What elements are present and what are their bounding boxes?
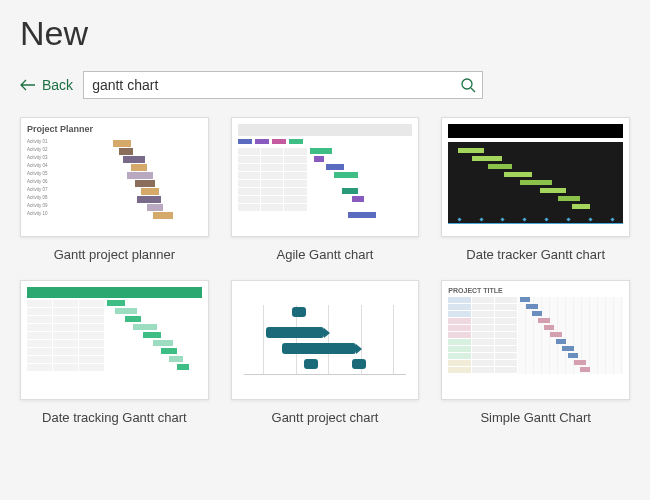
template-thumbnail [441, 117, 630, 237]
template-card[interactable]: Date tracker Gantt chart [441, 117, 630, 262]
template-card[interactable]: Project Planner Activity 01 Activity 02 … [20, 117, 209, 262]
template-label: Agile Gantt chart [231, 247, 420, 262]
template-label: Gantt project chart [231, 410, 420, 425]
template-card[interactable]: PROJECT TITLE [441, 280, 630, 425]
back-label: Back [42, 77, 73, 93]
template-label: Gantt project planner [20, 247, 209, 262]
template-card[interactable]: Agile Gantt chart [231, 117, 420, 262]
template-card[interactable]: Gantt project chart [231, 280, 420, 425]
template-thumbnail: Project Planner Activity 01 Activity 02 … [20, 117, 209, 237]
nav-row: Back [20, 71, 630, 99]
search-input[interactable] [92, 77, 460, 93]
thumb-title: PROJECT TITLE [448, 287, 623, 294]
template-thumbnail [231, 280, 420, 400]
template-thumbnail: PROJECT TITLE [441, 280, 630, 400]
template-label: Date tracking Gantt chart [20, 410, 209, 425]
template-thumbnail [231, 117, 420, 237]
template-label: Simple Gantt Chart [441, 410, 630, 425]
template-card[interactable]: Date tracking Gantt chart [20, 280, 209, 425]
back-button[interactable]: Back [20, 77, 73, 93]
thumb-title: Project Planner [27, 124, 202, 134]
template-grid: Project Planner Activity 01 Activity 02 … [20, 117, 630, 425]
search-box[interactable] [83, 71, 483, 99]
template-thumbnail [20, 280, 209, 400]
svg-point-0 [462, 79, 472, 89]
back-arrow-icon [20, 79, 36, 91]
template-label: Date tracker Gantt chart [441, 247, 630, 262]
svg-line-1 [471, 88, 475, 92]
search-icon[interactable] [460, 77, 476, 93]
page-title: New [20, 14, 630, 53]
